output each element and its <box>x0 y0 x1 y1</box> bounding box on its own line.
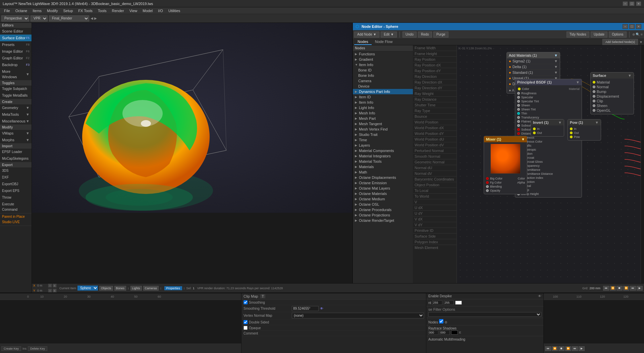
bottom-next-btn[interactable]: ⏩ <box>565 346 571 351</box>
delete-key-btn[interactable]: Delete Key <box>28 346 47 351</box>
tab-nodes[interactable]: Nodes <box>354 39 372 45</box>
mixer-node[interactable]: Mixer (1) ▼ Big Color Color <box>484 136 527 194</box>
minimize-btn[interactable]: − <box>623 1 628 6</box>
nodes-checkbox[interactable] <box>439 319 443 323</box>
menu-items[interactable]: Items <box>30 8 44 13</box>
lights-btn[interactable]: Lights <box>130 286 142 291</box>
sidebar-parent-in-place[interactable]: Parent in PlaceStudio LIVE <box>0 213 32 225</box>
double-sided-checkbox[interactable] <box>244 320 248 324</box>
tree-item-id[interactable]: ▶ Item ID <box>353 94 413 100</box>
tree-octane-mat-layers[interactable]: ▶ Octane Mat Layers <box>353 186 413 191</box>
tree-time[interactable]: ▶ Time <box>353 137 413 143</box>
tree-studio-trait[interactable]: ▶ Studio Trait <box>353 132 413 137</box>
timeline-track-area[interactable] <box>0 300 241 344</box>
tree-octane-osl[interactable]: ▶ Octane OSL <box>353 202 413 207</box>
tree-material-components[interactable]: ▶ Material Components <box>353 148 413 153</box>
sidebar-export-obj[interactable]: ExportOBJ <box>0 181 32 188</box>
tree-mesh-vertex-find[interactable]: ▶ Mesh Vertex Find <box>353 127 413 132</box>
node-canvas[interactable]: X:-31 Y:138 Zoom:91.2% <box>457 45 641 283</box>
create-key-btn[interactable]: Create Key <box>1 346 21 351</box>
sidebar-export-eps[interactable]: Export EPS <box>0 188 32 194</box>
sidebar-dxf[interactable]: DXF <box>0 174 32 181</box>
sidebar-image-editor[interactable]: Image EditorF6 <box>0 48 32 55</box>
menu-tools[interactable]: Tools <box>95 8 109 13</box>
menu-file[interactable]: File <box>1 8 13 13</box>
tree-functions[interactable]: ▶ Functions <box>353 51 413 57</box>
tree-light-info[interactable]: ▶ Light Info <box>353 105 413 110</box>
sidebar-surface-editor[interactable]: Surface EditorF5 <box>0 35 32 41</box>
opaque-checkbox[interactable] <box>244 326 248 330</box>
filter-options-select[interactable] <box>428 312 541 317</box>
play-next-btn[interactable]: ⏩ <box>623 286 629 291</box>
sidebar-presets[interactable]: PresetsF8 <box>0 41 32 48</box>
tree-materials[interactable]: ▶ Materials <box>353 164 413 169</box>
menu-view[interactable]: View <box>127 8 140 13</box>
tab-node-flow[interactable]: Node Flow <box>372 39 396 45</box>
tree-material-integrators[interactable]: ▶ Material Integrators <box>353 153 413 159</box>
ne-close-btn[interactable]: × <box>636 24 641 29</box>
cameras-btn[interactable]: Cameras <box>143 286 159 291</box>
menu-model[interactable]: Model <box>140 8 155 13</box>
tree-mesh-tangent[interactable]: ▶ Mesh Tangent <box>353 121 413 127</box>
play-last-btn[interactable]: ⏭ <box>630 286 636 291</box>
add-selected-nodes-btn[interactable]: Add Selected Node(s) <box>602 39 638 45</box>
smoothing-threshold-eye[interactable]: 👁 <box>320 307 323 310</box>
close-btn[interactable]: × <box>636 1 641 6</box>
play-first-btn[interactable]: ⏮ <box>603 286 609 291</box>
tree-octane-procedurals[interactable]: ▶ Octane Procedurals <box>353 207 413 212</box>
color-g-input[interactable] <box>444 300 454 305</box>
tree-layers[interactable]: ▶ Layers <box>353 143 413 148</box>
sidebar-epsf-loader[interactable]: EPSF Loader <box>0 149 32 155</box>
menu-fxtools[interactable]: FX Tools <box>75 8 95 13</box>
tidy-nodes-btn[interactable]: Tidy Nodes <box>567 32 589 38</box>
update-btn[interactable]: Update <box>591 32 607 38</box>
tree-camera[interactable]: Camera <box>353 78 413 84</box>
current-item-select[interactable]: Sphere <box>77 286 98 291</box>
x-reset-btn[interactable]: ○ <box>48 284 52 288</box>
invert-node[interactable]: Invert (1) ▼ In <box>531 119 564 137</box>
view-mode-select[interactable]: Perspective <box>1 15 29 21</box>
bones-btn[interactable]: Bones <box>114 286 126 291</box>
sidebar-toggle-metaballs[interactable]: Toggle MetaBalls <box>0 92 32 99</box>
options-btn[interactable]: Options <box>609 32 626 38</box>
play-prev-btn[interactable]: ⏪ <box>610 286 616 291</box>
smoothing-checkbox[interactable] <box>244 300 248 304</box>
tree-dynamics-part-info[interactable]: ▶ Dynamics Part Info <box>353 89 413 94</box>
sidebar-more-windows[interactable]: More Windows▼ <box>0 68 32 80</box>
tree-math[interactable]: ▶ Math <box>353 169 413 175</box>
x-e-btn[interactable]: E <box>53 284 57 288</box>
sidebar-vmaps[interactable]: VMaps▼ <box>0 130 32 137</box>
maximize-btn[interactable]: □ <box>629 1 635 6</box>
play-step-btn[interactable]: ▶ <box>637 286 643 291</box>
menu-octane[interactable]: Octane <box>13 8 30 13</box>
sidebar-morphs[interactable]: Morphs▼ <box>0 137 32 143</box>
tree-octane-displacements[interactable]: ▶ Octane Displacements <box>353 175 413 180</box>
menu-render[interactable]: Render <box>109 8 127 13</box>
color-swatch[interactable] <box>455 301 462 305</box>
undo-btn[interactable]: Undo <box>402 32 417 38</box>
tree-item-info2[interactable]: ▶ Item Info <box>353 100 413 105</box>
pow-node[interactable]: Pow (1) ▼ In <box>568 119 601 141</box>
tree-material-tools[interactable]: ▶ Material Tools <box>353 159 413 164</box>
properties-btn[interactable]: Properties <box>164 286 182 290</box>
shadow-swatch[interactable] <box>451 331 458 335</box>
bottom-last-btn[interactable]: ⏭ <box>572 346 578 351</box>
sidebar-throw[interactable]: Throw <box>0 194 32 201</box>
timeline-right-track[interactable] <box>544 300 644 344</box>
sidebar-graph-editor[interactable]: Graph EditorF2 <box>0 55 32 61</box>
ne-minimize-btn[interactable]: − <box>623 24 628 29</box>
tree-mesh-part[interactable]: ▶ Mesh Part <box>353 116 413 121</box>
add-node-btn[interactable]: Add Node ▼ <box>354 32 379 38</box>
sidebar-mocap[interactable]: MoCapSkelegons <box>0 155 32 162</box>
sidebar-metatools[interactable]: MetaTools▼ <box>0 111 32 118</box>
sidebar-geometry[interactable]: Geometry▼ <box>0 104 32 111</box>
sidebar-backdrop[interactable]: BackdropF3 <box>0 61 32 68</box>
tree-octane-render-target[interactable]: ▶ Octane RenderTarget <box>353 218 413 223</box>
color-r-input[interactable] <box>432 300 442 305</box>
y-e-btn[interactable]: E <box>53 289 57 293</box>
tree-device[interactable]: Device <box>353 84 413 89</box>
sidebar-execute-command[interactable]: Execute Command <box>0 201 32 213</box>
menu-setup[interactable]: Setup <box>61 8 76 13</box>
bottom-prev-btn[interactable]: ⏪ <box>552 346 558 351</box>
tree-octane-medium[interactable]: ▶ Octane Medium <box>353 196 413 202</box>
